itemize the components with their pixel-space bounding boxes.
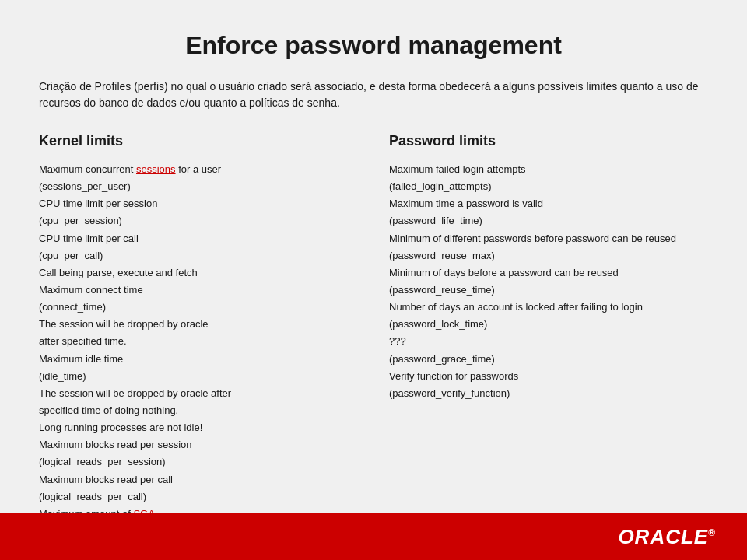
kernel-item-5: CPU time limit per call xyxy=(39,231,358,247)
kernel-item-20: (logical_reads_per_call) xyxy=(39,489,358,505)
oracle-registered: ® xyxy=(708,527,716,538)
kernel-limits-column: Kernel limits Maximum concurrent session… xyxy=(39,133,358,541)
password-item-13: Verify function for passwords xyxy=(389,369,708,384)
password-item-8: (password_reuse_time) xyxy=(389,282,708,298)
password-limits-content: Maximum failed login attempts (failed_lo… xyxy=(389,162,708,401)
slide: Enforce password management Criação de P… xyxy=(0,0,747,560)
kernel-item-9: (connect_time) xyxy=(39,299,358,315)
password-item-2: (failed_login_attempts) xyxy=(389,179,708,194)
password-item-11: ??? xyxy=(389,334,708,349)
kernel-item-11: after specified time. xyxy=(39,334,358,349)
password-item-12: (password_grace_time) xyxy=(389,352,708,367)
kernel-item-18: (logical_reads_per_session) xyxy=(39,454,358,470)
password-item-14: (password_verify_function) xyxy=(389,386,708,401)
kernel-item-19: Maximum blocks read per call xyxy=(39,472,358,488)
kernel-item-1: Maximum concurrent sessions for a user xyxy=(39,162,358,177)
password-limits-column: Password limits Maximum failed login att… xyxy=(389,133,708,403)
kernel-item-2: (sessions_per_user) xyxy=(39,179,358,194)
password-item-1: Maximum failed login attempts xyxy=(389,162,708,177)
kernel-limits-title: Kernel limits xyxy=(39,133,358,149)
kernel-item-13: (idle_time) xyxy=(39,369,358,384)
intro-paragraph: Criação de Profiles (perfis) no qual o u… xyxy=(39,79,708,111)
kernel-item-12: Maximum idle time xyxy=(39,352,358,367)
kernel-item-15: specified time of doing nothing. xyxy=(39,403,358,418)
kernel-item-7: Call being parse, execute and fetch xyxy=(39,265,358,281)
kernel-item-8: Maximum connect time xyxy=(39,282,358,298)
password-item-3: Maximum time a password is valid xyxy=(389,196,708,212)
oracle-logo: ORACLE® xyxy=(618,525,716,549)
password-item-6: (password_reuse_max) xyxy=(389,248,708,264)
password-item-7: Minimum of days before a password can be… xyxy=(389,265,708,281)
kernel-item-6: (cpu_per_call) xyxy=(39,248,358,264)
kernel-item-10: The session will be dropped by oracle xyxy=(39,317,358,332)
password-item-5: Minimum of different passwords before pa… xyxy=(389,231,708,247)
kernel-item-3: CPU time limit per session xyxy=(39,196,358,212)
password-limits-title: Password limits xyxy=(389,133,708,149)
oracle-logo-text: ORACLE xyxy=(618,525,708,548)
columns-container: Kernel limits Maximum concurrent session… xyxy=(39,133,708,541)
oracle-logo-bar: ORACLE® xyxy=(0,513,747,560)
password-item-9: Number of days an account is locked afte… xyxy=(389,299,708,315)
page-title: Enforce password management xyxy=(39,23,708,60)
sessions-link[interactable]: sessions xyxy=(136,163,176,175)
kernel-item-4: (cpu_per_session) xyxy=(39,213,358,229)
kernel-limits-content: Maximum concurrent sessions for a user (… xyxy=(39,162,358,539)
password-item-10: (password_lock_time) xyxy=(389,317,708,332)
password-item-4: (password_life_time) xyxy=(389,213,708,229)
kernel-item-14: The session will be dropped by oracle af… xyxy=(39,386,358,401)
kernel-item-16: Long running processes are not idle! xyxy=(39,420,358,436)
kernel-item-17: Maximum blocks read per session xyxy=(39,437,358,453)
